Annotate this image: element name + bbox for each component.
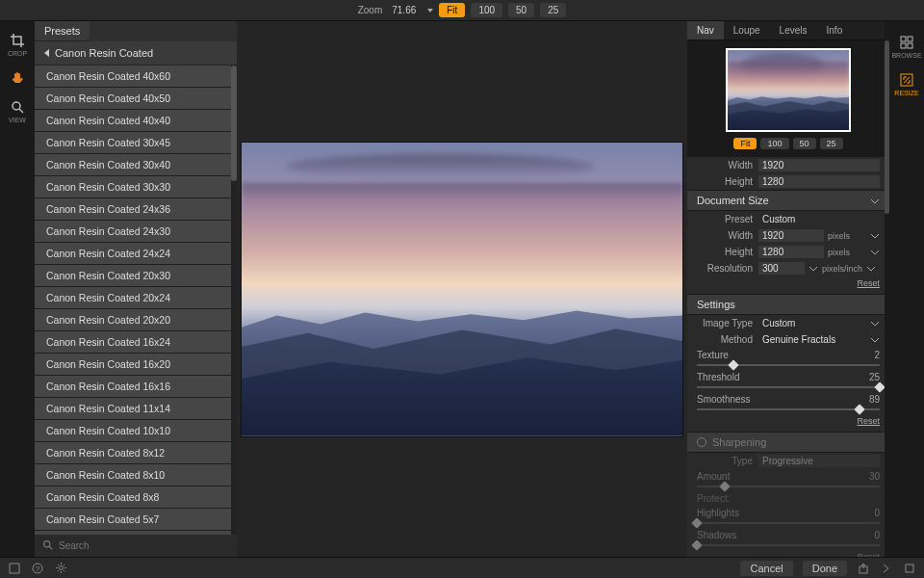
preset-item[interactable]: Canon Resin Coated 24x36 — [35, 198, 237, 221]
preset-item[interactable]: Canon Resin Coated 5x7 — [35, 509, 237, 531]
preset-item[interactable]: Canon Resin Coated 8x8 — [35, 486, 237, 509]
chevron-down-icon[interactable] — [870, 247, 880, 257]
chevron-down-icon[interactable] — [870, 318, 880, 328]
preset-item[interactable]: Canon Resin Coated 30x45 — [35, 132, 237, 154]
amount-value: 30 — [869, 471, 880, 482]
preset-item[interactable]: Canon Resin Coated 16x16 — [35, 376, 237, 398]
doc-height-row: Height 1280 pixels — [687, 244, 889, 260]
right-panel-scrollbar[interactable] — [885, 21, 889, 557]
preset-item[interactable]: Canon Resin Coated 24x24 — [35, 243, 237, 265]
preset-item[interactable]: Canon Resin Coated 20x30 — [35, 265, 237, 287]
doc-width-value[interactable]: 1920 — [758, 229, 824, 242]
shadows-slider: Shadows0 — [687, 528, 889, 550]
done-button[interactable]: Done — [803, 561, 847, 576]
resize-icon — [899, 72, 914, 88]
doc-res-value[interactable]: 300 — [758, 262, 805, 275]
browse-tool[interactable]: BROWSE — [891, 35, 921, 59]
height-label: Height — [697, 176, 753, 187]
crop-tool[interactable]: CROP — [8, 33, 27, 57]
zoom-fit-button[interactable]: Fit — [439, 3, 465, 17]
grid-icon — [899, 35, 914, 50]
preset-item[interactable]: Canon Resin Coated 8x10 — [35, 464, 237, 486]
tab-info[interactable]: Info — [817, 21, 853, 39]
preset-item[interactable]: Canon Resin Coated 11x14 — [35, 398, 237, 420]
zoom-value[interactable]: 71.66 — [388, 5, 420, 15]
preset-item[interactable]: Canon Resin Coated 40x60 — [35, 66, 237, 88]
tab-nav[interactable]: Nav — [687, 21, 724, 39]
right-panel-scroll-thumb[interactable] — [885, 40, 889, 214]
document-size-header[interactable]: Document Size — [687, 190, 889, 211]
view-tool[interactable]: VIEW — [9, 99, 26, 123]
tab-loupe[interactable]: Loupe — [724, 21, 770, 39]
help-icon[interactable]: ? — [31, 562, 44, 575]
doc-res-unit[interactable]: pixels/inch — [822, 264, 862, 274]
smoothness-slider[interactable]: Smoothness89 — [687, 392, 889, 414]
threshold-slider[interactable]: Threshold25 — [687, 370, 889, 392]
preset-item[interactable]: Canon Resin Coated 40x40 — [35, 110, 237, 132]
share-icon[interactable] — [857, 562, 870, 575]
width-value[interactable]: 1920 — [758, 159, 880, 171]
window-icon[interactable] — [8, 562, 21, 575]
settings-reset[interactable]: Reset — [687, 414, 889, 432]
zoom-100-button[interactable]: 100 — [471, 3, 502, 17]
preset-item[interactable]: Canon Resin Coated 4x6 — [35, 531, 237, 535]
preset-item[interactable]: Canon Resin Coated 20x20 — [35, 309, 237, 331]
preset-item[interactable]: Canon Resin Coated 16x24 — [35, 331, 237, 354]
preset-item[interactable]: Canon Resin Coated 40x50 — [35, 88, 237, 110]
settings-header[interactable]: Settings — [687, 294, 889, 315]
image-type-row[interactable]: Image Type Custom — [687, 315, 889, 331]
method-row[interactable]: Method Genuine Fractals — [687, 331, 889, 348]
nav-zoom-fit[interactable]: Fit — [733, 138, 757, 149]
preset-search[interactable] — [35, 535, 237, 557]
navigator-thumbnail[interactable] — [726, 48, 851, 132]
chevron-down-icon[interactable] — [866, 263, 876, 274]
doc-height-value[interactable]: 1280 — [758, 246, 824, 258]
preset-group-header[interactable]: Canon Resin Coated — [35, 41, 237, 66]
pixel-height-row: Height 1280 — [687, 173, 889, 190]
zoom-25-button[interactable]: 25 — [540, 3, 566, 17]
hand-tool[interactable] — [10, 70, 25, 86]
doc-size-reset[interactable]: Reset — [687, 276, 889, 294]
zoom-label: Zoom — [358, 5, 383, 15]
resize-tool[interactable]: RESIZE — [894, 72, 918, 96]
view-label: VIEW — [9, 117, 26, 123]
doc-height-unit[interactable]: pixels — [828, 248, 866, 257]
preset-item[interactable]: Canon Resin Coated 8x12 — [35, 442, 237, 464]
doc-preset-row[interactable]: Preset Custom — [687, 211, 889, 227]
tab-levels[interactable]: Levels — [770, 21, 817, 39]
texture-slider[interactable]: Texture2 — [687, 348, 889, 370]
svg-line-3 — [49, 546, 52, 549]
preset-item[interactable]: Canon Resin Coated 10x10 — [35, 420, 237, 442]
preset-item[interactable]: Canon Resin Coated 30x30 — [35, 176, 237, 198]
nav-zoom-25[interactable]: 25 — [820, 138, 843, 149]
sharpening-header[interactable]: Sharpening — [687, 432, 889, 453]
preset-list: Canon Resin Coated 40x60Canon Resin Coat… — [35, 66, 237, 535]
chevron-down-icon[interactable] — [870, 230, 880, 241]
next-icon[interactable] — [880, 562, 893, 575]
preset-item[interactable]: Canon Resin Coated 24x30 — [35, 221, 237, 243]
canvas-area[interactable] — [237, 21, 687, 557]
nav-zoom-50[interactable]: 50 — [793, 138, 816, 149]
height-value[interactable]: 1280 — [758, 175, 880, 188]
svg-rect-14 — [906, 565, 913, 572]
zoom-50-button[interactable]: 50 — [508, 3, 534, 17]
presets-tab[interactable]: Presets — [35, 21, 90, 41]
nav-zoom-100[interactable]: 100 — [760, 138, 788, 149]
svg-line-1 — [19, 109, 23, 113]
toggle-ring-icon[interactable] — [697, 437, 706, 447]
search-input[interactable] — [59, 540, 229, 551]
chevron-down-icon[interactable] — [808, 263, 818, 274]
amount-slider: Amount30 — [687, 469, 889, 491]
preset-item[interactable]: Canon Resin Coated 20x24 — [35, 287, 237, 309]
doc-width-unit[interactable]: pixels — [828, 231, 866, 241]
chevron-down-icon[interactable] — [870, 334, 880, 345]
preset-item[interactable]: Canon Resin Coated 30x40 — [35, 154, 237, 176]
chevron-left-icon — [44, 49, 49, 57]
box-icon[interactable] — [903, 562, 916, 575]
preset-item[interactable]: Canon Resin Coated 16x20 — [35, 354, 237, 376]
resize-label: RESIZE — [894, 90, 918, 96]
cancel-button[interactable]: Cancel — [740, 561, 792, 576]
chevron-down-icon[interactable] — [427, 9, 433, 13]
svg-text:?: ? — [36, 565, 40, 573]
gear-icon[interactable] — [54, 562, 67, 575]
